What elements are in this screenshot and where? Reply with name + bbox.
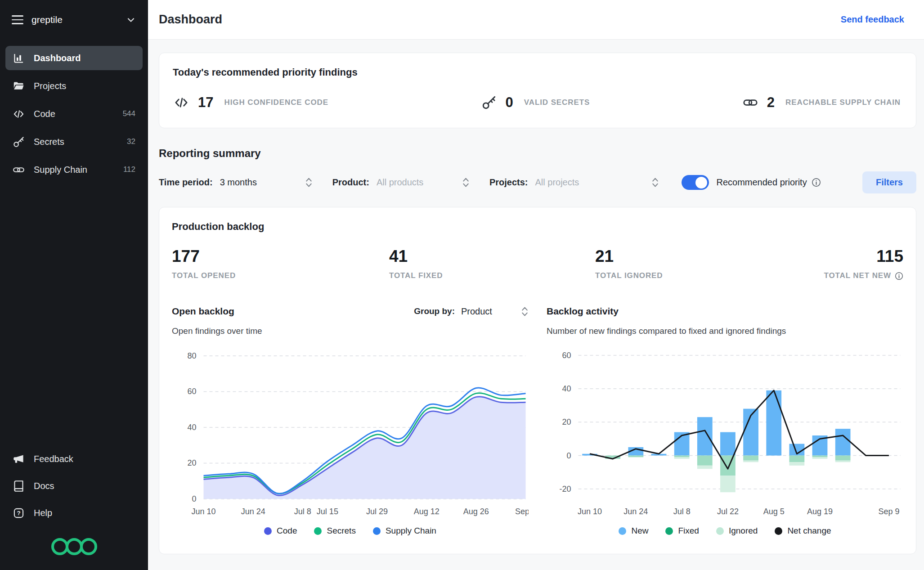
svg-text:Jul 15: Jul 15 xyxy=(317,507,338,516)
code-count-badge: 544 xyxy=(123,109,135,118)
svg-text:Jun 24: Jun 24 xyxy=(241,507,265,516)
key-icon xyxy=(13,136,25,148)
svg-text:80: 80 xyxy=(187,351,196,360)
legend-label: Fixed xyxy=(678,526,699,536)
send-feedback-link[interactable]: Send feedback xyxy=(841,14,904,25)
legend-dot xyxy=(314,527,322,535)
svg-text:Sep 9: Sep 9 xyxy=(878,507,899,516)
time-period-select[interactable]: 3 months xyxy=(220,176,313,189)
recommended-priority-toggle[interactable] xyxy=(682,175,709,190)
svg-text:Aug 12: Aug 12 xyxy=(414,507,440,516)
product-select[interactable]: All products xyxy=(377,176,470,189)
chevron-updown-icon xyxy=(305,176,313,189)
stat-label: HIGH CONFIDENCE CODE xyxy=(224,98,328,107)
legend-dot xyxy=(716,527,724,535)
stat-label: TOTAL IGNORED xyxy=(595,271,824,280)
stat-reachable-supply-chain[interactable]: 2 REACHABLE SUPPLY CHAIN xyxy=(742,94,901,111)
legend-dot xyxy=(619,527,626,535)
info-icon[interactable] xyxy=(812,178,821,187)
group-by-control: Group by: Product xyxy=(414,305,529,318)
backlog-activity-section: Backlog activity Number of new findings … xyxy=(547,301,903,536)
stat-valid-secrets[interactable]: 0 VALID SECRETS xyxy=(480,94,590,111)
stat-label: REACHABLE SUPPLY CHAIN xyxy=(785,98,901,107)
sidebar-item-dashboard[interactable]: Dashboard xyxy=(5,46,143,70)
sidebar-item-docs[interactable]: Docs xyxy=(5,474,143,498)
open-backlog-chart: 020406080Jun 10Jun 24Jul 8Jul 15Jul 29Au… xyxy=(172,341,529,520)
sidebar: greptile Dashboard Projects xyxy=(0,0,148,570)
org-switcher[interactable]: greptile xyxy=(0,0,148,40)
chevron-updown-icon xyxy=(651,176,659,189)
sidebar-item-supply-chain[interactable]: Supply Chain 112 xyxy=(5,157,143,182)
projects-label: Projects: xyxy=(489,177,528,188)
bar-chart-icon xyxy=(13,52,25,64)
page-header: Dashboard Send feedback xyxy=(148,0,924,40)
sidebar-item-label: Help xyxy=(34,508,52,518)
svg-text:20: 20 xyxy=(187,458,196,467)
chevron-updown-icon xyxy=(521,305,529,318)
org-name: greptile xyxy=(31,14,63,25)
chain-icon xyxy=(742,95,759,110)
projects-value: All projects xyxy=(535,177,579,188)
menu-icon[interactable] xyxy=(12,15,23,24)
info-icon[interactable] xyxy=(895,272,903,280)
time-period-label: Time period: xyxy=(159,177,213,188)
sidebar-item-feedback[interactable]: Feedback xyxy=(5,447,143,471)
legend-item: New xyxy=(619,526,648,536)
sidebar-item-code[interactable]: Code 544 xyxy=(5,102,143,126)
legend-item: Fixed xyxy=(665,526,699,536)
svg-text:Sep 9: Sep 9 xyxy=(515,507,529,516)
chevron-updown-icon xyxy=(462,176,470,189)
filters-button[interactable]: Filters xyxy=(862,171,916,193)
sidebar-item-projects[interactable]: Projects xyxy=(5,74,143,98)
reporting-summary-title: Reporting summary xyxy=(159,147,916,160)
backlog-activity-legend: NewFixedIgnoredNet change xyxy=(547,526,903,536)
svg-text:Jun 24: Jun 24 xyxy=(623,507,648,516)
group-by-label: Group by: xyxy=(414,306,455,316)
stat-high-confidence-code[interactable]: 17 HIGH CONFIDENCE CODE xyxy=(173,94,328,111)
production-backlog-card: Production backlog 177 TOTAL OPENED 41 T… xyxy=(159,207,916,554)
open-backlog-title: Open backlog xyxy=(172,306,234,317)
group-by-select[interactable]: Product xyxy=(461,305,529,318)
priority-findings-card: Today's recommended priority findings 17… xyxy=(159,53,916,128)
svg-text:0: 0 xyxy=(192,494,196,503)
chevron-down-icon[interactable] xyxy=(126,14,136,25)
open-backlog-section: Open backlog Group by: Product xyxy=(172,301,529,536)
stat-label-text: TOTAL NET NEW xyxy=(824,271,891,280)
projects-select[interactable]: All projects xyxy=(535,176,659,189)
svg-text:Jul 22: Jul 22 xyxy=(717,507,739,516)
legend-label: Code xyxy=(277,526,297,536)
sidebar-spacer xyxy=(0,182,148,447)
main-area: Dashboard Send feedback Today's recommen… xyxy=(148,0,924,570)
key-icon xyxy=(480,95,498,110)
recommended-priority-label: Recommended priority xyxy=(716,177,807,188)
open-backlog-subtitle: Open findings over time xyxy=(172,326,529,336)
code-icon xyxy=(13,108,25,120)
stat-value: 0 xyxy=(506,94,513,111)
code-icon xyxy=(173,95,190,110)
legend-label: Secrets xyxy=(327,526,355,536)
folder-icon xyxy=(13,80,25,92)
backlog-stats: 177 TOTAL OPENED 41 TOTAL FIXED 21 TOTAL… xyxy=(172,247,903,280)
sidebar-item-secrets[interactable]: Secrets 32 xyxy=(5,130,143,154)
sidebar-item-label: Secrets xyxy=(34,137,64,147)
svg-text:40: 40 xyxy=(187,423,196,432)
chain-icon xyxy=(13,164,25,176)
secrets-count-badge: 32 xyxy=(127,137,135,146)
stat-value: 115 xyxy=(824,247,903,266)
priority-card-title: Today's recommended priority findings xyxy=(173,67,902,78)
svg-text:Jun 10: Jun 10 xyxy=(578,507,602,516)
legend-item: Code xyxy=(264,526,297,536)
charts-row: Open backlog Group by: Product xyxy=(172,301,903,536)
sidebar-item-help[interactable]: ? Help xyxy=(5,501,143,525)
legend-label: Ignored xyxy=(729,526,758,536)
legend-label: New xyxy=(631,526,648,536)
priority-stats: 17 HIGH CONFIDENCE CODE 0 VALID SECRETS xyxy=(173,94,902,111)
stat-label: TOTAL OPENED xyxy=(172,271,389,280)
stat-value: 17 xyxy=(198,94,213,111)
legend-dot xyxy=(775,527,782,535)
sidebar-item-label: Docs xyxy=(34,481,54,491)
page-title: Dashboard xyxy=(159,13,222,27)
svg-text:-20: -20 xyxy=(559,485,571,494)
backlog-activity-subtitle: Number of new findings compared to fixed… xyxy=(547,326,903,336)
svg-text:Jul 8: Jul 8 xyxy=(294,507,311,516)
